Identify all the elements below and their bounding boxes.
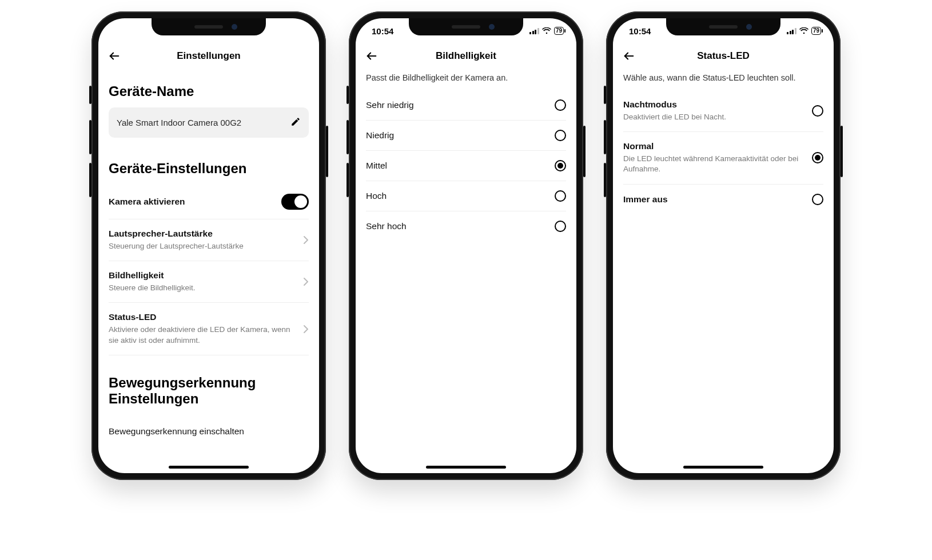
signal-icon bbox=[529, 28, 539, 34]
radio-icon bbox=[555, 190, 566, 202]
chevron-right-icon bbox=[303, 277, 309, 286]
row-label: Bildhelligkeit bbox=[109, 270, 297, 281]
wifi-icon bbox=[542, 27, 551, 34]
navbar: Einstellungen bbox=[98, 43, 319, 69]
row-label: Lautsprecher-Lautstärke bbox=[109, 229, 297, 239]
home-indicator[interactable] bbox=[426, 466, 506, 469]
signal-icon bbox=[787, 28, 796, 34]
radio-icon bbox=[555, 221, 566, 232]
status-time: 10:54 bbox=[629, 26, 651, 36]
option-sub: Deaktiviert die LED bei Nacht. bbox=[623, 112, 806, 122]
option-label: Sehr niedrig bbox=[366, 100, 549, 110]
section-device-settings: Geräte-Einstellungen bbox=[109, 161, 309, 177]
radio-icon bbox=[812, 152, 823, 163]
camera-activate-toggle[interactable] bbox=[281, 194, 309, 210]
radio-icon bbox=[812, 194, 823, 205]
option-label: Hoch bbox=[366, 191, 549, 201]
back-button[interactable] bbox=[621, 48, 637, 64]
option-mittel[interactable]: Mittel bbox=[366, 151, 566, 181]
option-sub: Die LED leuchtet während Kameraaktivität… bbox=[623, 154, 806, 174]
phone-mockup-status-led: 10:54 79 Status-LED Wähle aus, wann die … bbox=[606, 11, 841, 480]
chevron-right-icon bbox=[303, 235, 309, 245]
phone-mockup-settings: Einstellungen Geräte-Name Yale Smart Ind… bbox=[91, 11, 326, 480]
wifi-icon bbox=[799, 27, 808, 34]
radio-icon bbox=[555, 160, 566, 171]
option-hoch[interactable]: Hoch bbox=[366, 181, 566, 211]
home-indicator[interactable] bbox=[169, 466, 249, 469]
option-label: Sehr hoch bbox=[366, 221, 549, 231]
option-sehr-niedrig[interactable]: Sehr niedrig bbox=[366, 90, 566, 121]
option-immer-aus[interactable]: Immer aus bbox=[623, 185, 823, 214]
section-device-name: Geräte-Name bbox=[109, 83, 309, 99]
option-label: Mittel bbox=[366, 161, 549, 171]
option-label: Nachtmodus bbox=[623, 99, 806, 110]
option-sehr-hoch[interactable]: Sehr hoch bbox=[366, 211, 566, 241]
row-camera-activate: Kamera aktivieren bbox=[109, 185, 309, 219]
row-sub: Aktiviere oder deaktiviere die LED der K… bbox=[109, 325, 297, 345]
status-time: 10:54 bbox=[372, 26, 393, 36]
page-description: Passt die Bildhelligkeit der Kamera an. bbox=[366, 69, 566, 85]
option-label: Immer aus bbox=[623, 194, 806, 205]
row-sub: Steuere die Bildhelligkeit. bbox=[109, 283, 297, 293]
phone-mockup-brightness: 10:54 79 Bildhelligkeit Passt die Bildhe… bbox=[349, 11, 583, 480]
page-description: Wähle aus, wann die Status-LED leuchten … bbox=[623, 69, 823, 85]
radio-icon bbox=[555, 99, 566, 111]
edit-icon[interactable] bbox=[290, 117, 301, 129]
page-title: Bildhelligkeit bbox=[356, 50, 576, 62]
radio-icon bbox=[812, 105, 823, 117]
option-niedrig[interactable]: Niedrig bbox=[366, 121, 566, 151]
page-title: Status-LED bbox=[613, 50, 834, 62]
row-label: Status-LED bbox=[109, 312, 297, 322]
row-status-led[interactable]: Status-LED Aktiviere oder deaktiviere di… bbox=[109, 303, 309, 355]
row-motion-toggle-label: Bewegungserkennung einschalten bbox=[109, 415, 309, 437]
chevron-right-icon bbox=[303, 325, 309, 334]
row-sub: Steuerung der Lautsprecher-Lautstärke bbox=[109, 241, 297, 251]
home-indicator[interactable] bbox=[683, 466, 763, 469]
navbar: Bildhelligkeit bbox=[356, 43, 576, 69]
option-label: Normal bbox=[623, 141, 806, 151]
battery-icon: 79 bbox=[811, 27, 821, 35]
device-name-value: Yale Smart Indoor Camera 00G2 bbox=[117, 118, 241, 127]
row-brightness[interactable]: Bildhelligkeit Steuere die Bildhelligkei… bbox=[109, 261, 309, 303]
page-title: Einstellungen bbox=[98, 50, 319, 62]
row-speaker-volume[interactable]: Lautsprecher-Lautstärke Steuerung der La… bbox=[109, 219, 309, 261]
option-normal[interactable]: Normal Die LED leuchtet während Kameraak… bbox=[623, 132, 823, 184]
option-nachtmodus[interactable]: Nachtmodus Deaktiviert die LED bei Nacht… bbox=[623, 90, 823, 132]
row-label: Kamera aktivieren bbox=[109, 197, 276, 207]
option-label: Niedrig bbox=[366, 130, 549, 141]
navbar: Status-LED bbox=[613, 43, 834, 69]
section-motion: Bewegungserkennung Einstellungen bbox=[109, 375, 309, 407]
battery-icon: 79 bbox=[554, 27, 564, 35]
back-button[interactable] bbox=[106, 48, 122, 64]
back-button[interactable] bbox=[364, 48, 380, 64]
radio-icon bbox=[555, 130, 566, 141]
device-name-field[interactable]: Yale Smart Indoor Camera 00G2 bbox=[109, 107, 309, 138]
